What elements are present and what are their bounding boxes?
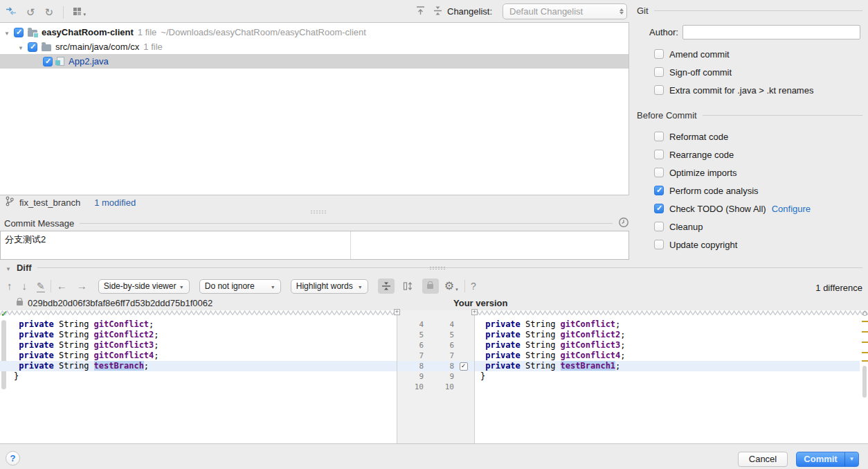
checkbox[interactable]: [654, 168, 664, 177]
configure-link[interactable]: Configure: [772, 204, 811, 214]
modified-count[interactable]: 1 modified: [94, 197, 136, 208]
code-line: private String gitConflict3;: [475, 340, 860, 351]
diff-right-editor[interactable]: private String gitConflict; private Stri…: [475, 310, 868, 443]
checkbox-label: Extra commit for .java > .kt renames: [669, 85, 813, 96]
tree-row-package[interactable]: src/main/java/com/cx 1 file: [0, 39, 629, 54]
next-difference-icon[interactable]: ↓: [22, 281, 28, 292]
line-number-right: 5: [424, 330, 454, 339]
include-checkbox[interactable]: [28, 42, 37, 52]
author-row: Author:: [649, 25, 868, 39]
code-line: private String gitConflict4;: [0, 351, 397, 361]
edit-source-icon[interactable]: ✎: [37, 281, 45, 292]
expand-all-icon[interactable]: [415, 6, 426, 18]
include-checkbox[interactable]: [14, 28, 24, 37]
gutter-row: 99: [397, 371, 474, 382]
select-stepper-icon: [620, 8, 624, 15]
disable-editing-lock-icon[interactable]: [422, 278, 439, 294]
diff-toolbar: ↑ ↓ ✎ ← → Side-by-side viewer Do not ign…: [7, 278, 476, 294]
collapse-all-icon[interactable]: [433, 6, 443, 18]
commit-message-text: 分支测试2: [1, 231, 629, 248]
commit-button[interactable]: Commit: [797, 452, 844, 466]
changelist-label: Changelist:: [447, 6, 492, 17]
help-button[interactable]: ?: [6, 451, 20, 466]
checkbox[interactable]: [654, 49, 664, 59]
commit-message-title: Commit Message: [4, 218, 74, 229]
viewer-mode-select[interactable]: Side-by-side viewer: [98, 279, 190, 294]
compare-next-file-icon[interactable]: →: [77, 281, 87, 292]
diff-settings-gear-icon[interactable]: ⚙ ▼: [444, 281, 459, 292]
checkbox[interactable]: [654, 67, 664, 77]
splitter-grip[interactable]: [310, 210, 327, 215]
gutter-row: 66: [397, 340, 474, 351]
checkbox-option[interactable]: Check TODO (Show All)Configure: [630, 200, 868, 218]
tree-row-project[interactable]: easyChatRoom-client 1 file ~/Downloads/e…: [0, 25, 629, 39]
checkbox-option[interactable]: Sign-off commit: [630, 63, 868, 81]
checkbox-option[interactable]: Extra commit for .java > .kt renames: [630, 81, 868, 99]
checkbox[interactable]: [654, 240, 664, 249]
folder-icon: [28, 30, 37, 37]
warning-stripe-mark[interactable]: [862, 321, 868, 322]
highlight-mode-select[interactable]: Highlight words: [291, 279, 368, 294]
line-number-right: 8: [424, 362, 454, 371]
collapse-diff-icon[interactable]: [6, 263, 11, 273]
commit-message-editor[interactable]: 分支测试2: [0, 231, 629, 260]
history-clock-icon[interactable]: [618, 217, 629, 230]
git-branch-icon: [6, 196, 14, 209]
synchronize-scrolling-icon[interactable]: [400, 278, 417, 294]
chevron-down-icon[interactable]: [18, 42, 24, 52]
previous-difference-icon[interactable]: ↑: [7, 281, 12, 292]
right-scrollbar-thumb[interactable]: [862, 366, 867, 398]
refresh-icon[interactable]: ↻: [45, 7, 54, 18]
warning-stripe-mark[interactable]: [862, 360, 868, 362]
changelist-value: Default Changelist: [509, 6, 583, 17]
before-commit-title: Before Commit: [637, 110, 697, 121]
checkbox[interactable]: [654, 85, 664, 95]
checkbox-option[interactable]: Amend commit: [630, 45, 868, 63]
author-label: Author:: [649, 27, 678, 37]
author-input[interactable]: [682, 25, 860, 39]
code-line: private String gitConflict;: [475, 319, 860, 330]
commit-dropdown-arrow[interactable]: [844, 452, 858, 466]
checkbox[interactable]: [654, 204, 664, 213]
include-checkbox[interactable]: [43, 57, 53, 67]
changes-toolbar: ↺ ↻ ▼: [6, 6, 87, 19]
diff-left-editor[interactable]: private String gitConflict; private Stri…: [0, 310, 397, 443]
warning-stripe-mark[interactable]: [862, 352, 868, 353]
expand-context-icon[interactable]: [394, 309, 400, 315]
checkbox-option[interactable]: Optimize imports: [630, 163, 868, 182]
folder-icon: [42, 44, 51, 51]
checkbox[interactable]: [654, 150, 664, 159]
compare-previous-file-icon[interactable]: ←: [57, 281, 67, 292]
git-section-title: Git: [637, 6, 649, 16]
line-number-left: 9: [397, 372, 424, 381]
checkbox-option[interactable]: Reformat code: [630, 127, 868, 145]
chevron-down-icon[interactable]: [4, 27, 10, 37]
checkbox[interactable]: [654, 222, 664, 231]
splitter-grip[interactable]: [429, 266, 446, 271]
code-line: private String gitConflict;: [0, 319, 397, 330]
whitespace-ignore-select[interactable]: Do not ignore: [199, 279, 281, 294]
toolbar-separator: [63, 6, 64, 19]
move-to-changelist-icon[interactable]: [6, 6, 17, 19]
checkbox-option[interactable]: Rearrange code: [630, 145, 868, 163]
warning-stripe-mark[interactable]: [862, 342, 868, 343]
warning-stripe-mark[interactable]: [862, 331, 868, 333]
diff-left-title-row: 029bdb20d06f3bfaf8e6ff7d53b2ddd75b1f0062: [17, 298, 213, 308]
git-section-header: Git: [637, 6, 862, 16]
rollback-icon[interactable]: ↺: [26, 7, 35, 18]
branch-name: fix_test_branch: [19, 197, 80, 208]
checkbox-option[interactable]: Update copyright: [630, 236, 868, 254]
checkbox[interactable]: [654, 132, 664, 141]
include-change-checkbox[interactable]: [460, 362, 468, 371]
checkbox-option[interactable]: Cleanup: [630, 218, 868, 236]
checkbox[interactable]: [654, 186, 664, 195]
collapse-unchanged-icon[interactable]: [378, 278, 395, 294]
checkbox-option[interactable]: Perform code analysis: [630, 182, 868, 200]
diff-help-icon[interactable]: ?: [471, 281, 476, 292]
changelist-select[interactable]: Default Changelist: [503, 3, 627, 19]
group-by-icon[interactable]: ▼: [73, 8, 87, 17]
tree-row-file-selected[interactable]: App2.java: [0, 54, 629, 69]
line-number-left: 10: [397, 382, 424, 391]
code-line: }: [475, 371, 860, 382]
cancel-button[interactable]: Cancel: [738, 452, 788, 467]
